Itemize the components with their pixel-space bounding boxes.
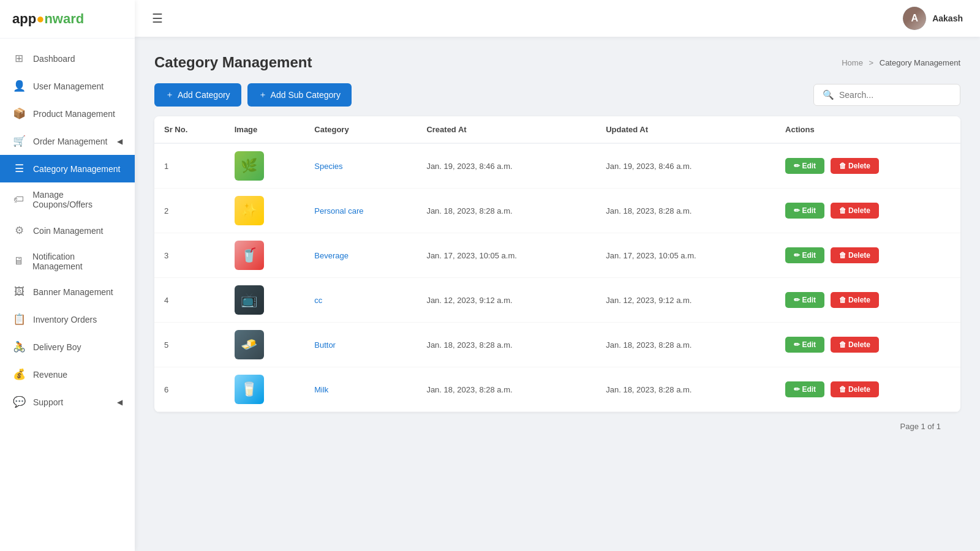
sidebar-icon-coin-management: ⚙ bbox=[12, 224, 26, 237]
category-image-placeholder: 📺 bbox=[241, 292, 257, 308]
row-sr: 2 bbox=[154, 189, 225, 233]
sidebar-item-product-management[interactable]: 📦 Product Management bbox=[0, 100, 135, 127]
sidebar-item-coin-management[interactable]: ⚙ Coin Management bbox=[0, 217, 135, 244]
row-image: 🌿 bbox=[225, 143, 305, 189]
logo-text-ward: nward bbox=[44, 11, 84, 26]
row-category: Buttor bbox=[304, 323, 417, 367]
pagination-text: Page 1 of 1 bbox=[900, 422, 941, 431]
edit-button[interactable]: ✏ Edit bbox=[785, 158, 824, 174]
row-updated-at: Jan. 19, 2023, 8:46 a.m. bbox=[596, 143, 775, 189]
table-row: 5 🧈 Buttor Jan. 18, 2023, 8:28 a.m. Jan.… bbox=[154, 323, 960, 367]
sidebar-item-dashboard[interactable]: ⊞ Dashboard bbox=[0, 45, 135, 72]
row-sr: 5 bbox=[154, 323, 225, 367]
page-header: Category Management Home > Category Mana… bbox=[154, 54, 960, 71]
row-image: 🧈 bbox=[225, 323, 305, 367]
user-area: A Aakash bbox=[903, 7, 963, 30]
sidebar-item-order-management[interactable]: 🛒 Order Management ◀ bbox=[0, 127, 135, 155]
table-header-image: Image bbox=[225, 116, 305, 143]
sidebar-icon-category-management: ☰ bbox=[12, 162, 26, 175]
sidebar-item-support[interactable]: 💬 Support ◀ bbox=[0, 388, 135, 416]
sidebar-arrow-support: ◀ bbox=[117, 398, 123, 407]
delete-button[interactable]: 🗑 Delete bbox=[831, 247, 879, 263]
sidebar-label-support: Support bbox=[33, 397, 63, 407]
row-updated-at: Jan. 12, 2023, 9:12 a.m. bbox=[596, 278, 775, 323]
row-image: 📺 bbox=[225, 278, 305, 323]
category-link[interactable]: Species bbox=[314, 162, 342, 171]
logo: app●nward bbox=[0, 0, 135, 39]
row-updated-at: Jan. 18, 2023, 8:28 a.m. bbox=[596, 189, 775, 233]
category-image-placeholder: 🌿 bbox=[241, 158, 257, 174]
main-area: ☰ A Aakash Category Management Home > Ca… bbox=[135, 0, 980, 551]
table-body: 1 🌿 Species Jan. 19, 2023, 8:46 a.m. Jan… bbox=[154, 143, 960, 412]
row-category: Personal care bbox=[304, 189, 417, 233]
edit-button[interactable]: ✏ Edit bbox=[785, 337, 824, 353]
table-header-actions: Actions bbox=[775, 116, 960, 143]
delete-button[interactable]: 🗑 Delete bbox=[831, 337, 879, 353]
row-sr: 4 bbox=[154, 278, 225, 323]
row-sr: 1 bbox=[154, 143, 225, 189]
delete-button[interactable]: 🗑 Delete bbox=[831, 158, 879, 174]
delete-button[interactable]: 🗑 Delete bbox=[831, 381, 879, 397]
table-row: 3 🥤 Beverage Jan. 17, 2023, 10:05 a.m. J… bbox=[154, 233, 960, 278]
category-link[interactable]: Milk bbox=[314, 385, 328, 394]
row-updated-at: Jan. 18, 2023, 8:28 a.m. bbox=[596, 367, 775, 412]
edit-button[interactable]: ✏ Edit bbox=[785, 203, 824, 219]
sidebar-item-delivery-boy[interactable]: 🚴 Delivery Boy bbox=[0, 333, 135, 361]
category-table: Sr No.ImageCategoryCreated AtUpdated AtA… bbox=[154, 116, 960, 412]
sidebar-item-category-management[interactable]: ☰ Category Management bbox=[0, 155, 135, 182]
logo-dot: ● bbox=[36, 11, 44, 26]
toolbar: ＋ Add Category ＋ Add Sub Category 🔍 bbox=[154, 83, 960, 107]
sidebar-item-manage-coupons[interactable]: 🏷 Manage Coupons/Offers bbox=[0, 182, 135, 217]
category-link[interactable]: Buttor bbox=[314, 340, 336, 350]
sidebar-arrow-order-management: ◀ bbox=[117, 137, 123, 146]
sidebar-item-inventory-orders[interactable]: 📋 Inventory Orders bbox=[0, 305, 135, 333]
category-image: 🥛 bbox=[235, 375, 264, 404]
row-image: 🥤 bbox=[225, 233, 305, 278]
sidebar-icon-user-management: 👤 bbox=[12, 80, 26, 92]
sidebar-label-notification-management: Notification Management bbox=[32, 252, 123, 271]
row-created-at: Jan. 17, 2023, 10:05 a.m. bbox=[417, 233, 596, 278]
add-sub-category-button[interactable]: ＋ Add Sub Category bbox=[247, 83, 352, 107]
category-link[interactable]: cc bbox=[314, 296, 322, 305]
row-category: cc bbox=[304, 278, 417, 323]
category-image: 🌿 bbox=[235, 151, 264, 181]
breadcrumb-current: Category Management bbox=[880, 58, 960, 67]
category-link[interactable]: Beverage bbox=[314, 251, 349, 260]
sidebar-label-order-management: Order Management bbox=[33, 137, 107, 146]
table-row: 6 🥛 Milk Jan. 18, 2023, 8:28 a.m. Jan. 1… bbox=[154, 367, 960, 412]
sidebar-item-user-management[interactable]: 👤 User Management bbox=[0, 72, 135, 100]
delete-button[interactable]: 🗑 Delete bbox=[831, 292, 879, 308]
add-sub-category-label: Add Sub Category bbox=[271, 90, 341, 100]
search-input[interactable] bbox=[839, 90, 951, 100]
logo-text-app: app bbox=[12, 11, 36, 26]
page-title: Category Management bbox=[154, 54, 312, 71]
sidebar-icon-support: 💬 bbox=[12, 395, 26, 408]
delete-button[interactable]: 🗑 Delete bbox=[831, 203, 879, 219]
add-category-button[interactable]: ＋ Add Category bbox=[154, 83, 241, 107]
sidebar-icon-notification-management: 🖥 bbox=[12, 255, 25, 268]
sidebar-item-banner-management[interactable]: 🖼 Banner Management bbox=[0, 279, 135, 305]
row-actions: ✏ Edit 🗑 Delete bbox=[775, 367, 960, 412]
sidebar-label-user-management: User Management bbox=[33, 81, 104, 91]
table-header-sr-no.: Sr No. bbox=[154, 116, 225, 143]
edit-button[interactable]: ✏ Edit bbox=[785, 292, 824, 308]
content-area: Category Management Home > Category Mana… bbox=[135, 37, 980, 551]
hamburger-icon[interactable]: ☰ bbox=[152, 11, 163, 26]
sidebar-icon-dashboard: ⊞ bbox=[12, 52, 26, 65]
edit-button[interactable]: ✏ Edit bbox=[785, 381, 824, 397]
pagination: Page 1 of 1 bbox=[154, 412, 960, 431]
edit-button[interactable]: ✏ Edit bbox=[785, 247, 824, 263]
sidebar-item-revenue[interactable]: 💰 Revenue bbox=[0, 361, 135, 388]
category-image: 🧈 bbox=[235, 330, 264, 359]
sidebar-label-coin-management: Coin Management bbox=[33, 226, 103, 236]
row-actions: ✏ Edit 🗑 Delete bbox=[775, 278, 960, 323]
category-link[interactable]: Personal care bbox=[314, 206, 363, 216]
table-header-category: Category bbox=[304, 116, 417, 143]
sidebar-item-notification-management[interactable]: 🖥 Notification Management bbox=[0, 244, 135, 279]
category-image: 📺 bbox=[235, 285, 264, 315]
category-image: ✨ bbox=[235, 196, 264, 225]
plus-icon-sub: ＋ bbox=[258, 89, 267, 100]
sidebar-label-dashboard: Dashboard bbox=[33, 54, 75, 64]
row-created-at: Jan. 12, 2023, 9:12 a.m. bbox=[417, 278, 596, 323]
row-category: Species bbox=[304, 143, 417, 189]
